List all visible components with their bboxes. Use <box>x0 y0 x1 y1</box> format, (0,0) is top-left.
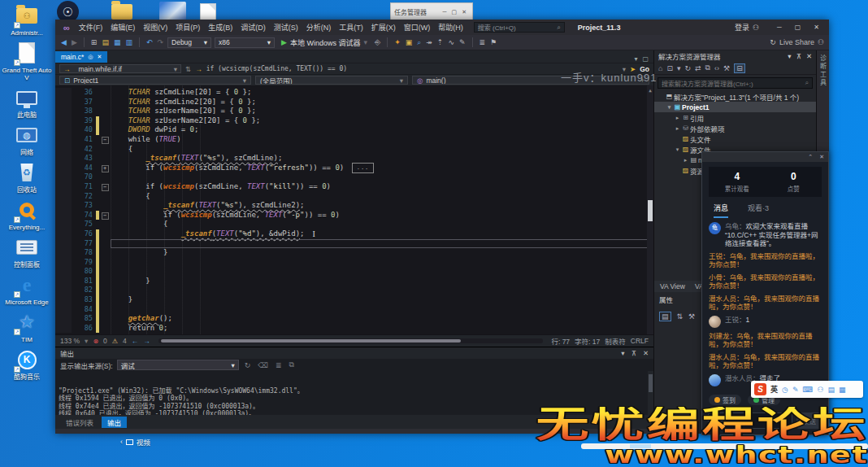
scrollbar-thumb[interactable] <box>648 200 653 221</box>
code-line-79[interactable]: 79 <box>55 258 653 268</box>
code-line-41[interactable]: 41− while (TRUE) <box>55 135 653 145</box>
tree-item-1[interactable]: ▾▣Project1 <box>654 102 816 112</box>
tree-item-3[interactable]: ▸⛁外部依赖项 <box>654 123 816 133</box>
menu-item-4[interactable]: 生成(B) <box>204 22 237 33</box>
live-share-button[interactable]: ↻ Live Share ⚇ <box>770 38 824 46</box>
pin-icon[interactable]: ⊼ <box>631 349 636 357</box>
code-line-44[interactable]: 44+ if (wcsicmp(szCmdLine, TEXT("refresh… <box>55 164 653 173</box>
desktop-icon-network[interactable]: ◍网络 <box>1 123 53 156</box>
pin-icon[interactable]: ⊼ <box>796 52 801 60</box>
tree-expander-icon[interactable]: ▸ <box>682 157 689 164</box>
keyboard-icon[interactable]: ⌨ <box>802 386 813 394</box>
collapse-icon[interactable]: ⌃ <box>808 154 813 160</box>
taskmgr-maximize-icon[interactable]: ▢ <box>449 9 460 15</box>
sort-icon[interactable]: ⇅ <box>185 65 191 73</box>
menu-item-9[interactable]: 扩展(X) <box>367 22 400 33</box>
save-icon[interactable]: ▦ <box>113 38 122 46</box>
menu-item-0[interactable]: 文件(F) <box>75 22 107 33</box>
copy-icon[interactable]: ⧉ <box>288 360 296 369</box>
close-icon[interactable]: ✕ <box>97 54 102 60</box>
scope-dropdown[interactable]: → main.while.if.if ▾ <box>59 64 181 73</box>
start-debug-button[interactable]: ▶ 本地 Windows 调试器 ▾ <box>278 37 371 48</box>
sync-icon[interactable]: ⇄ <box>695 64 701 72</box>
code-line-78[interactable]: 78 } <box>55 248 653 258</box>
attach-icon[interactable]: ⎆ <box>374 38 381 47</box>
error-icon[interactable]: ⊗ <box>93 338 98 345</box>
nav-back-icon[interactable]: ◀ <box>60 38 67 46</box>
step-into-icon[interactable]: ⇡ <box>436 38 445 46</box>
scrollbar-thumb[interactable] <box>649 374 653 392</box>
tab-messages[interactable]: 消息 <box>714 203 728 218</box>
alphabetical-icon[interactable]: ⇅ <box>677 312 684 321</box>
menu-item-11[interactable]: 帮助(H) <box>434 22 467 33</box>
sign-in-button[interactable]: 登录 ⚇ <box>735 22 759 33</box>
menu-item-2[interactable]: 视图(V) <box>139 22 171 33</box>
list-members-icon[interactable]: ≣ <box>479 38 487 46</box>
menu-item-3[interactable]: 项目(P) <box>171 22 204 33</box>
config-dropdown[interactable]: Debug ▾ <box>167 37 211 48</box>
step-over-icon[interactable]: ↠ <box>425 38 433 46</box>
sogou-ime-bar[interactable]: S 英 ◷ ✎ ⌨ ⚇ ▤ ▦ <box>751 381 863 398</box>
code-line-75[interactable]: 75 { <box>55 220 653 229</box>
refresh-icon[interactable]: ↻ <box>685 64 692 72</box>
menu-item-8[interactable]: 工具(T) <box>335 22 367 33</box>
tab-output[interactable]: 输出 <box>102 417 127 428</box>
save-all-icon[interactable]: ▥ <box>124 38 133 46</box>
menu-item-10[interactable]: 窗口(W) <box>400 22 435 33</box>
vs-close-button[interactable]: ✕ <box>807 24 826 31</box>
output-source-dropdown[interactable]: 调试 ▾ <box>117 360 239 370</box>
taskmgr-minimize-icon[interactable]: ─ <box>441 9 449 15</box>
tree-item-2[interactable]: ▸⊞引用 <box>654 112 816 123</box>
fold-toggle-icon[interactable]: − <box>102 137 109 144</box>
window-list-icon[interactable]: ▢ <box>642 55 649 63</box>
close-icon[interactable]: ✕ <box>643 349 649 357</box>
taskmgr-close-icon[interactable]: ✕ <box>459 9 469 15</box>
skin-icon[interactable]: ▤ <box>828 386 835 394</box>
collapse-all-icon[interactable]: ⊟ <box>734 63 745 73</box>
toolbox-icon[interactable]: ▦ <box>839 386 846 394</box>
chat-messages[interactable]: 龟乌龟：欢迎大家来观看直播 “10.C/C++ 实现任务管理器+网络连接查看器”… <box>702 218 828 391</box>
chevron-down-icon[interactable]: ▾ <box>788 52 791 60</box>
code-editor[interactable]: 36 TCHAR szCmdLine[20] = { 0 };37 TCHAR … <box>55 85 653 334</box>
properties-icon[interactable]: ⚒ <box>723 64 730 72</box>
person-icon[interactable]: ⚇ <box>817 386 823 394</box>
code-line-76[interactable]: 76 _tscanf(TEXT("%d"), &dwPid);I <box>55 229 653 239</box>
code-line-37[interactable]: 37 TCHAR szCmdLine2[20] = { 0 }; <box>55 98 653 107</box>
pin-icon[interactable]: ◎ <box>88 54 93 60</box>
fold-toggle-icon[interactable]: − <box>102 184 109 191</box>
home-icon[interactable]: ⌂ <box>658 64 662 72</box>
word-wrap-icon[interactable]: ≣ <box>274 361 284 369</box>
zoom-level[interactable]: 133 % <box>60 337 80 345</box>
nav-forward-icon[interactable]: ▶ <box>71 38 78 46</box>
switch-view-icon[interactable]: ⊡ <box>666 64 673 72</box>
menu-item-1[interactable]: 编辑(E) <box>106 22 139 33</box>
desktop-icon-everything[interactable]: ↗Everything... <box>1 198 53 231</box>
categorized-icon[interactable]: ▤ <box>659 312 671 321</box>
code-line-71[interactable]: 71− if (wcsicmp(szCmdLine, TEXT("kill"))… <box>55 182 653 192</box>
code-line-83[interactable]: 83 } <box>55 295 653 305</box>
code-line-73[interactable]: 73 _tscanf(TEXT("%s"), szCmdLine2); <box>55 201 653 211</box>
code-line-82[interactable]: 82 <box>55 286 653 295</box>
scope-global-dropdown[interactable]: (全局范围) ▾ <box>255 76 408 85</box>
video-chip[interactable]: ‹ 视频 <box>120 437 150 447</box>
code-line-74[interactable]: 74− if (wcsicmp(szCmdLine, TEXT("-p")) =… <box>55 211 653 220</box>
tab-viewers[interactable]: 观看·3 <box>748 203 769 218</box>
step-out-icon[interactable]: ∿ <box>447 38 455 46</box>
chevron-down-icon[interactable]: ▾ <box>85 337 88 345</box>
scroll-up-icon[interactable]: ▲ <box>647 85 653 95</box>
prev-issue-icon[interactable]: ← <box>132 337 139 345</box>
code-line-42[interactable]: 42 { <box>55 145 653 155</box>
warning-icon[interactable]: ⚠ <box>112 338 118 345</box>
code-line-77[interactable]: 77 <box>55 239 653 249</box>
taskmgr-window[interactable]: 任务管理器 ─ ▢ ✕ <box>390 2 473 21</box>
scrollbar-thumb[interactable] <box>161 339 461 343</box>
ime-language[interactable]: 英 <box>770 384 778 395</box>
code-line-38[interactable]: 38 TCHAR szUserName[20] = { 0 }; <box>55 107 653 116</box>
editor-vertical-scrollbar[interactable]: ▲ <box>647 85 653 334</box>
handwriting-icon[interactable]: ✎ <box>792 386 799 394</box>
close-icon[interactable]: ✕ <box>819 154 824 160</box>
menu-item-6[interactable]: 测试(S) <box>270 22 302 33</box>
clear-all-icon[interactable]: ⌫ <box>256 361 270 369</box>
vs-minimize-button[interactable]: ─ <box>770 24 788 31</box>
find-icon[interactable]: ⌕ <box>416 38 422 47</box>
